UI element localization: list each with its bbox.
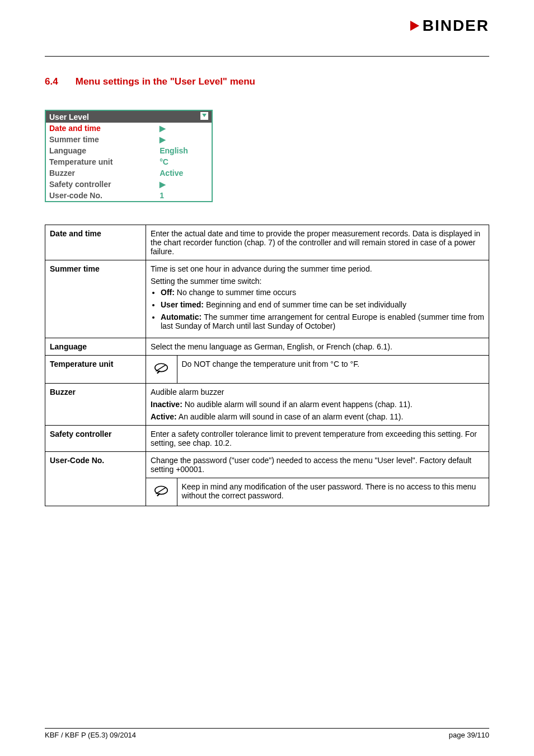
page-footer: KBF / KBF P (E5.3) 09/2014 page 39/110 — [45, 725, 489, 740]
menu-row-label: Date and time — [45, 123, 156, 134]
section-number: 6.4 — [45, 76, 73, 87]
def-buzzer-label: Buzzer — [45, 384, 146, 426]
def-safety-label: Safety controller — [45, 426, 146, 452]
menu-row-label: Buzzer — [45, 167, 156, 179]
brand-triangle-icon — [408, 18, 423, 33]
menu-row-value: Active — [156, 167, 212, 179]
menu-row-value: ▶ — [156, 123, 212, 134]
def-usercode-note: Keep in mind any modification of the use… — [177, 478, 489, 506]
svg-line-4 — [156, 488, 166, 494]
def-buzzer-body: Audible alarm buzzer Inactive: No audibl… — [146, 384, 489, 426]
def-lang-text: Select the menu language as German, Engl… — [146, 338, 489, 356]
menu-row-value: English — [156, 145, 212, 156]
def-safety-text: Enter a safety controller tolerance limi… — [146, 426, 489, 452]
caution-icon — [146, 356, 177, 383]
def-usercode-note-row: Keep in mind any modification of the use… — [146, 478, 489, 506]
def-summer-intro1: Time is set one hour in advance during t… — [151, 264, 484, 273]
menu-row-value: 1 — [156, 190, 212, 202]
menu-row-label: Temperature unit — [45, 156, 156, 167]
def-summer-label: Summer time — [45, 260, 146, 338]
def-buzzer-l1: Audible alarm buzzer — [151, 388, 484, 396]
list-item: Off: No change to summer time occurs — [161, 288, 484, 297]
def-summer-intro2: Setting the summer time switch: — [151, 277, 484, 286]
def-date-label: Date and time — [45, 225, 146, 260]
def-buzzer-l3b: Active: — [151, 412, 177, 421]
header-divider — [45, 56, 489, 57]
def-summer-list: Off: No change to summer time occursUser… — [151, 288, 484, 330]
def-lang-label: Language — [45, 338, 146, 356]
footer-left: KBF / KBF P (E5.3) 09/2014 — [45, 731, 136, 739]
def-buzzer-l2b: Inactive: — [151, 400, 182, 409]
section-heading: 6.4 Menu settings in the "User Level" me… — [45, 76, 489, 87]
def-temp-note: Do NOT change the temperature unit from … — [177, 356, 489, 383]
def-date-text: Enter the actual date and time to provid… — [146, 225, 489, 260]
list-item: Automatic: The summer time arrangement f… — [161, 312, 484, 330]
list-item: User timed: Beginning and end of summer … — [161, 300, 484, 309]
section-title: Menu settings in the "User Level" menu — [76, 76, 255, 87]
definitions-table: Date and time Enter the actual date and … — [45, 225, 489, 506]
def-usercode-text: Change the password ("user code") needed… — [146, 452, 489, 478]
menu-row-label: Language — [45, 145, 156, 156]
svg-marker-0 — [410, 21, 419, 31]
menu-row-value: ▶ — [156, 179, 212, 190]
brand-name: BINDER — [423, 17, 489, 35]
menu-down-icon — [156, 110, 212, 123]
brand-logo: BINDER — [408, 17, 489, 35]
footer-right: page 39/110 — [449, 731, 489, 739]
menu-title: User Level — [45, 110, 156, 123]
menu-row-label: User-code No. — [45, 190, 156, 202]
svg-line-2 — [156, 365, 166, 371]
menu-row-value: °C — [156, 156, 212, 167]
def-buzzer-l2t: No audible alarm will sound if an alarm … — [182, 400, 413, 409]
def-summer-body: Time is set one hour in advance during t… — [146, 260, 489, 338]
menu-row-label: Summer time — [45, 134, 156, 145]
menu-row-label: Safety controller — [45, 179, 156, 190]
def-temp-body: Do NOT change the temperature unit from … — [146, 356, 489, 384]
menu-row-value: ▶ — [156, 134, 212, 145]
user-level-menu: User Level Date and time▶Summer time▶Lan… — [45, 110, 213, 202]
caution-icon — [146, 478, 177, 506]
def-temp-label: Temperature unit — [45, 356, 146, 384]
def-usercode-label: User-Code No. — [45, 452, 146, 506]
def-buzzer-l3t: An audible alarm will sound in case of a… — [177, 412, 404, 421]
